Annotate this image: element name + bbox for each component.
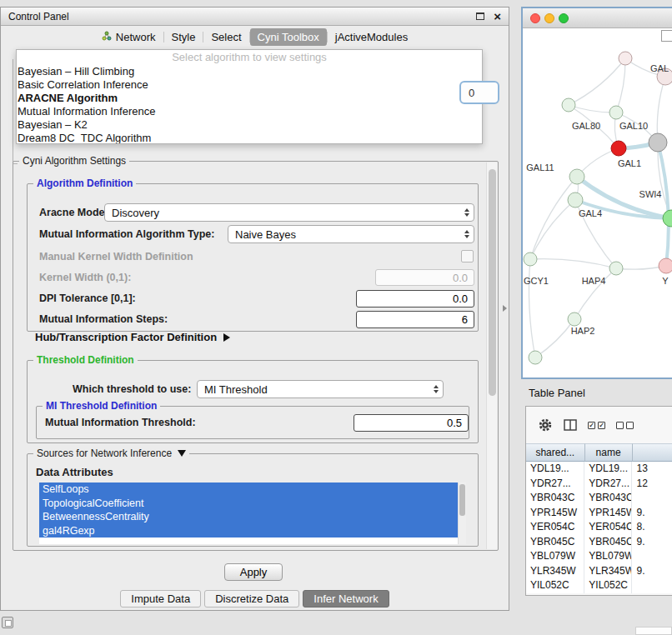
algorithm-dropdown-list: Bayesian – Hill ClimbingBasic Correlatio… [17, 65, 482, 144]
manual-kernel-width-checkbox[interactable] [461, 250, 474, 262]
table-row[interactable]: YER054CYER054C8. [526, 520, 672, 535]
network-node[interactable] [619, 52, 632, 65]
settings-scrollbar[interactable] [486, 162, 497, 549]
network-node[interactable] [568, 312, 581, 326]
table-cell: YPR145W [526, 506, 584, 521]
apply-button[interactable]: Apply [224, 563, 283, 581]
aracne-mode-combo[interactable]: Discovery [104, 203, 474, 222]
node-label: GCY1 [524, 276, 549, 286]
tab-label: Network [116, 31, 156, 43]
network-node[interactable] [524, 252, 537, 266]
network-edge[interactable] [569, 58, 625, 105]
tab-select[interactable]: Select [203, 28, 248, 46]
table-row[interactable]: YBR045CYBR045C9. [526, 535, 672, 550]
mi-threshold-input[interactable] [354, 414, 469, 432]
attributes-scrollbar-thumb[interactable] [459, 484, 465, 516]
control-panel-titlebar: Control Panel [1, 8, 509, 26]
network-node[interactable] [609, 106, 623, 119]
hub-definition-expander[interactable]: Hub/Transcription Factor Definition [35, 331, 230, 343]
kernel-width-input[interactable] [375, 269, 474, 286]
network-edge[interactable] [530, 259, 616, 268]
which-threshold-label: Which threshold to use: [73, 383, 191, 395]
network-node[interactable] [663, 210, 672, 227]
column-header[interactable]: shared... [526, 443, 585, 462]
screen: Control Panel NetworkStyleSelectCyni Too… [0, 0, 672, 635]
tab-jactivemodules[interactable]: jActiveModules [328, 28, 415, 46]
minimize-traffic-light-icon[interactable] [544, 13, 554, 23]
zoom-traffic-light-icon[interactable] [559, 13, 569, 23]
network-node[interactable] [659, 258, 672, 273]
algorithm-option[interactable]: Mutual Information Inference [17, 105, 482, 118]
network-node[interactable] [569, 169, 584, 184]
tab-cyni-toolbox[interactable]: Cyni Toolbox [250, 28, 327, 46]
control-panel-tabs: NetworkStyleSelectCyni ToolboxjActiveMod… [1, 28, 509, 46]
attribute-item[interactable]: SelfLoops [39, 482, 458, 497]
cyni-algorithm-settings-group: Cyni Algorithm Settings Algorithm Defini… [13, 161, 499, 551]
table-row[interactable]: YLR345WYLR345W9. [526, 564, 672, 579]
table-row[interactable]: YDR27...YDR27...12 [526, 477, 672, 492]
table-row[interactable]: YDL19...YDL19...13 [526, 462, 672, 477]
table-cell [632, 491, 672, 506]
attributes-scrollbar[interactable] [458, 482, 466, 544]
algorithm-option[interactable]: Bayesian – K2 [17, 118, 482, 132]
table-row[interactable]: YBL079WYBL079W [526, 549, 672, 564]
network-node[interactable] [611, 141, 626, 156]
tab-style[interactable]: Style [164, 28, 203, 46]
dpi-tolerance-input[interactable] [356, 290, 474, 308]
network-edge[interactable] [658, 142, 669, 266]
select-all-checkboxes-icon[interactable] [588, 422, 605, 429]
network-window-titlebar [523, 8, 672, 28]
table-row[interactable]: YIL052CYIL052C [526, 578, 672, 593]
unchecked-box-icon [616, 422, 624, 429]
bottom-tab-discretize-data[interactable]: Discretize Data [204, 590, 299, 608]
close-window-icon[interactable] [494, 12, 501, 22]
tab-network[interactable]: Network [94, 28, 163, 46]
network-node[interactable] [649, 133, 667, 152]
network-edge[interactable] [616, 58, 625, 112]
which-threshold-combo[interactable]: MI Threshold [197, 380, 444, 398]
settings-scrollbar-thumb[interactable] [489, 169, 496, 396]
bottom-tab-infer-network[interactable]: Infer Network [303, 590, 389, 608]
network-node[interactable] [568, 192, 583, 208]
network-node[interactable] [529, 351, 542, 364]
network-edge[interactable] [530, 177, 577, 259]
network-canvas[interactable]: GALGAL80GAL10GAL11GAL1SWI4GAL4GCY1HAP4YH… [523, 28, 672, 378]
minimized-panel-icon[interactable] [2, 617, 13, 628]
mi-steps-input[interactable] [356, 311, 474, 328]
network-edge[interactable] [535, 319, 574, 358]
occluded-groupbox-edge [13, 59, 13, 164]
network-node[interactable] [562, 98, 575, 112]
node-label: GAL10 [619, 121, 648, 131]
network-edge[interactable] [529, 259, 535, 358]
show-columns-icon[interactable] [564, 418, 577, 432]
algorithm-option[interactable]: Bayesian – Hill Climbing [17, 65, 482, 78]
network-node[interactable] [609, 262, 623, 275]
column-header[interactable] [633, 443, 672, 462]
close-traffic-light-icon[interactable] [530, 13, 540, 23]
algorithm-option[interactable]: ARACNE Algorithm [17, 92, 482, 105]
column-header[interactable]: name [585, 443, 633, 462]
attribute-item[interactable]: TopologicalCoefficient [39, 497, 458, 511]
table-row[interactable]: YBR043CYBR043C [526, 491, 672, 506]
network-edge[interactable] [657, 77, 665, 142]
panel-splitter-arrow-icon[interactable] [503, 305, 507, 312]
network-overview-toggle[interactable] [661, 30, 672, 42]
algorithm-option[interactable]: Basic Correlation Inference [17, 78, 482, 92]
collapse-down-icon[interactable] [178, 450, 186, 457]
attribute-item[interactable]: gal4RGexp [39, 524, 458, 538]
network-edge[interactable] [569, 105, 616, 112]
bottom-corner-panel-fragment [635, 627, 672, 635]
deselect-all-checkboxes-icon[interactable] [616, 422, 634, 429]
table-row[interactable]: YPR145WYPR145W9. [526, 506, 672, 521]
checked-box-icon [598, 422, 605, 429]
bottom-tab-impute-data[interactable]: Impute Data [120, 590, 201, 608]
mi-algorithm-type-combo[interactable]: Naive Bayes [228, 225, 474, 243]
aracne-mode-value: Discovery [112, 207, 159, 219]
attribute-item[interactable]: BetweennessCentrality [39, 510, 458, 524]
dpi-tolerance-label: DPI Tolerance [0,1]: [39, 292, 136, 304]
gear-icon[interactable] [538, 418, 553, 432]
table-panel-title: Table Panel [529, 387, 585, 399]
threads-spinner-fragment[interactable]: 0 [459, 81, 499, 104]
float-window-icon[interactable] [476, 12, 484, 20]
algorithm-option[interactable]: Dream8 DC_TDC Algorithm [17, 132, 482, 144]
